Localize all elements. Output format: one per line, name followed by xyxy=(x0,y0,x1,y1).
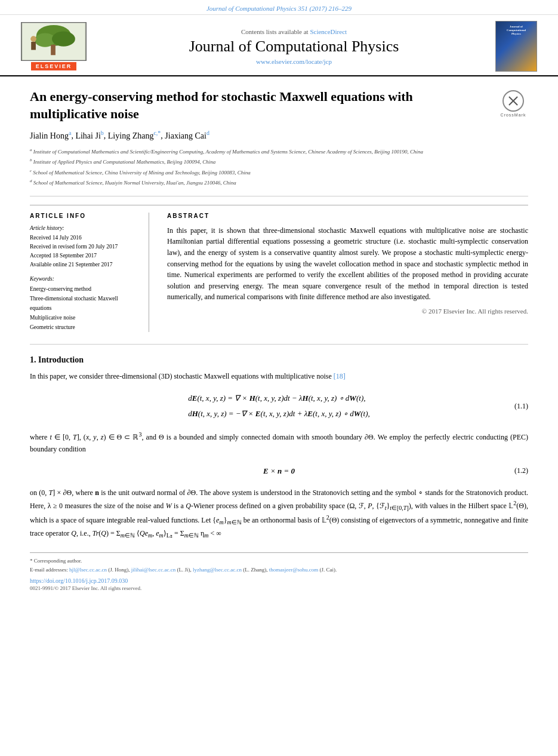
affiliation-d: d School of Mathematical Science, Huaiyi… xyxy=(30,178,528,188)
publisher-logo: ELSEVIER xyxy=(12,22,95,70)
keyword-3: Multiplicative noise xyxy=(30,313,140,322)
eq-1-1-line-2: dH(t, x, y, z) = −∇ × E(t, x, y, z)dt + … xyxy=(188,406,370,422)
email-zhang[interactable]: lyzhang@lsec.cc.ac.cn xyxy=(193,567,242,573)
email-cai[interactable]: thomasjeer@sohu.com xyxy=(269,567,319,573)
email-hong[interactable]: hjl@lsec.cc.ac.cn xyxy=(69,567,107,573)
abstract-label: ABSTRACT xyxy=(167,213,528,219)
svg-rect-4 xyxy=(51,45,56,55)
svg-rect-6 xyxy=(31,42,36,50)
journal-header-center: Contents lists available at ScienceDirec… xyxy=(95,28,492,65)
svg-point-3 xyxy=(52,32,75,47)
abstract-text: In this paper, it is shown that three-di… xyxy=(167,225,528,303)
authors: Jialin Honga, Lihai Jib, Liying Zhangc,*… xyxy=(30,130,528,141)
elsevier-label: ELSEVIER xyxy=(31,62,77,70)
affiliation-c: c School of Mathematical Science, China … xyxy=(30,168,528,177)
equation-1-1-number: (1.1) xyxy=(514,402,528,411)
author-jialin-hong: Jialin Honga xyxy=(30,131,71,140)
keywords-label: Keywords: xyxy=(30,276,140,282)
keyword-4: Geometric structure xyxy=(30,322,140,332)
history-label: Article history: xyxy=(30,225,140,231)
keyword-2: Three-dimensional stochastic Maxwell equ… xyxy=(30,294,140,313)
article-info-column: ARTICLE INFO Article history: Received 1… xyxy=(30,213,149,332)
author-liying-zhang: Liying Zhangc,* xyxy=(108,131,161,140)
article-info-abstract-section: ARTICLE INFO Article history: Received 1… xyxy=(30,205,528,332)
equation-1-1-block: dE(t, x, y, z) = ∇ × H(t, x, y, z)dt − λ… xyxy=(30,391,528,422)
affiliations: a Institute of Computational Mathematics… xyxy=(30,147,528,196)
which-word: which xyxy=(30,516,47,524)
sciencedirect-link: Contents lists available at ScienceDirec… xyxy=(95,28,492,35)
accepted-date: Accepted 18 September 2017 xyxy=(30,251,140,260)
doi-anchor[interactable]: https://doi.org/10.1016/j.jcp.2017.09.03… xyxy=(30,577,128,584)
paper-title-section: An energy-conserving method for stochast… xyxy=(30,88,528,122)
section-title: Introduction xyxy=(38,355,84,364)
journal-header: ELSEVIER Contents lists available at Sci… xyxy=(0,15,558,76)
journal-title: Journal of Computational Physics xyxy=(95,38,492,56)
article-dates: Received 14 July 2016 Received in revise… xyxy=(30,233,140,270)
journal-cover-image: Journal ofComputationalPhysics xyxy=(495,21,537,72)
eq-1-1-line-1: dE(t, x, y, z) = ∇ × H(t, x, y, z)dt − λ… xyxy=(188,391,370,406)
svg-point-5 xyxy=(30,36,36,42)
sciencedirect-anchor[interactable]: ScienceDirect xyxy=(310,28,347,35)
abstract-copyright: © 2017 Elsevier Inc. All rights reserved… xyxy=(167,308,528,315)
equation-1-2-number: (1.2) xyxy=(514,466,528,475)
affiliation-b: b Institute of Applied Physics and Compu… xyxy=(30,157,528,167)
article-info-label: ARTICLE INFO xyxy=(30,213,140,219)
top-bar: Journal of Computational Physics 351 (20… xyxy=(0,0,558,15)
journal-url: www.elsevier.com/locate/jcp xyxy=(95,58,492,65)
keyword-1: Energy-conserving method xyxy=(30,284,140,294)
author-lihai-ji: Lihai Jib xyxy=(75,131,103,140)
elsevier-logo: ELSEVIER xyxy=(12,22,95,70)
equation-1-2-content: E × n = 0 xyxy=(263,463,295,479)
intro-para-3: on (0, T] × ∂Θ, where n is the unit outw… xyxy=(30,487,528,540)
email-addresses: E-mail addresses: hjl@lsec.cc.ac.cn (J. … xyxy=(30,566,528,574)
email-ji[interactable]: jilihai@lsec.cc.ac.cn xyxy=(131,567,176,573)
equation-1-1-content: dE(t, x, y, z) = ∇ × H(t, x, y, z)dt − λ… xyxy=(188,391,370,422)
elsevier-tree-graphic xyxy=(21,22,87,61)
equation-1-2-block: E × n = 0 (1.2) xyxy=(30,463,528,479)
journal-reference: Journal of Computational Physics 351 (20… xyxy=(206,5,352,12)
received-date: Received 14 July 2016 xyxy=(30,233,140,242)
abstract-column: ABSTRACT In this paper, it is shown that… xyxy=(167,213,528,332)
intro-para-2: where t ∈ [0, T], (x, y, z) ∈ Θ ⊂ ℝ3, an… xyxy=(30,430,528,454)
keywords-list: Energy-conserving method Three-dimension… xyxy=(30,284,140,333)
crossmark-icon xyxy=(502,90,524,112)
doi-link: https://doi.org/10.1016/j.jcp.2017.09.03… xyxy=(30,577,528,584)
section-number: 1. xyxy=(30,355,36,364)
eq-1-2-line: E × n = 0 xyxy=(263,463,295,479)
section-divider xyxy=(30,344,528,345)
intro-para-1: In this paper, we consider three-dimensi… xyxy=(30,371,528,382)
main-content: An energy-conserving method for stochast… xyxy=(0,76,558,603)
available-online-date: Available online 21 September 2017 xyxy=(30,260,140,269)
journal-thumbnail: Journal ofComputationalPhysics xyxy=(492,21,540,72)
issn-copyright: 0021-9991/© 2017 Elsevier Inc. All right… xyxy=(30,585,528,591)
reference-18: [18] xyxy=(334,372,346,380)
paper-title: An energy-conserving method for stochast… xyxy=(30,88,498,122)
author-jiaxiang-cai: Jiaxiang Caid xyxy=(165,131,209,140)
affiliation-a: a Institute of Computational Mathematics… xyxy=(30,147,528,156)
corresponding-author: * Corresponding author. xyxy=(30,557,528,565)
journal-cover-title: Journal ofComputationalPhysics xyxy=(505,24,528,37)
crossmark-badge: CrossMark xyxy=(498,88,528,118)
revised-date: Received in revised form 20 July 2017 xyxy=(30,242,140,251)
introduction-heading: 1. Introduction xyxy=(30,355,528,365)
crossmark-label: CrossMark xyxy=(501,113,526,117)
footnote-section: * Corresponding author. E-mail addresses… xyxy=(30,552,528,591)
